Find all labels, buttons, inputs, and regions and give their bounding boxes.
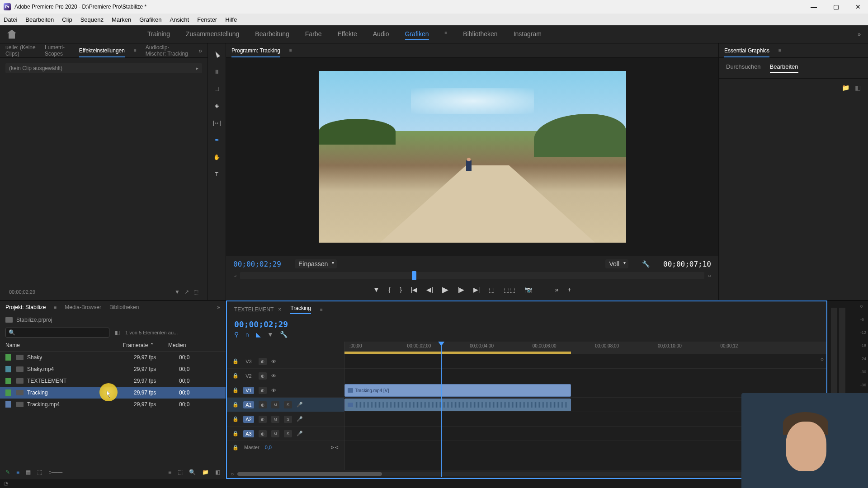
label-color[interactable] [5,389,11,396]
new-bin-icon[interactable]: 📁 [202,469,209,475]
workspace-graphics[interactable]: Grafiken [405,28,429,40]
track-header-a3[interactable]: 🔒 A3 ◐ M S 🎤 [227,427,344,441]
track-label-a3[interactable]: A3 [243,430,254,437]
menu-graphics[interactable]: Grafiken [139,16,161,23]
lock-icon[interactable]: 🔒 [232,387,239,393]
lock-icon[interactable]: 🔒 [232,431,239,436]
workspace-instagram[interactable]: Instagram [514,28,542,40]
lock-icon[interactable]: 🔒 [232,445,239,450]
program-scrubber[interactable] [240,272,704,279]
track-toggle-icon[interactable]: ◐ [259,372,267,380]
mic-icon[interactable]: 🎤 [297,402,303,408]
workspace-effects[interactable]: Effekte [337,28,357,40]
project-tab-menu-icon[interactable]: ≡ [54,305,57,310]
solo-button[interactable]: S [284,430,292,437]
eg-folder-icon[interactable]: 📁 [842,84,849,91]
track-label-a1[interactable]: A1 [243,401,254,408]
pen-view-icon[interactable]: ✎ [5,469,10,475]
track-master[interactable]: 🔒 Master 0,0 ⊳⊲ [227,441,344,454]
menu-help[interactable]: Hilfe [225,16,237,23]
track-toggle-icon[interactable]: ◐ [259,387,267,394]
lift-button[interactable]: ⬚ [489,286,495,293]
find-icon[interactable]: 🔍 [189,469,196,475]
mute-button[interactable]: M [271,416,279,423]
track-label-v2[interactable]: V2 [243,372,254,380]
workspace-audio[interactable]: Audio [373,28,389,40]
rotate-tool-icon[interactable]: ◈ [212,100,222,111]
home-icon[interactable] [7,30,16,39]
eg-browse-tab[interactable]: Durchsuchen [726,63,761,73]
zoom-fit-dropdown[interactable]: Einpassen [295,259,337,268]
expand-icon[interactable]: ▸ [196,65,198,71]
pen-tool-icon[interactable]: ✒ [212,135,222,145]
track-header-v2[interactable]: 🔒 V2 ◐ 👁 [227,369,344,383]
tab-menu-icon[interactable]: ≡ [134,48,137,53]
settings-icon[interactable]: ⬚ [193,289,198,295]
audio-clip-tracking[interactable] [344,399,571,411]
workspace-menu-icon[interactable]: ≡ [445,28,448,40]
menu-markers[interactable]: Marken [112,16,131,23]
menu-view[interactable]: Ansicht [170,16,189,23]
eg-edit-tab[interactable]: Bearbeiten [770,63,798,73]
program-current-timecode[interactable]: 00;00;02;29 [233,260,281,268]
extract-button[interactable]: ⬚⬚ [504,286,515,293]
filter-bin-icon[interactable]: ◧ [115,329,120,336]
project-item-tracking[interactable]: Tracking 29,97 fps 00;0 [0,387,226,399]
mark-in-button[interactable]: { [388,286,391,293]
project-overflow-icon[interactable]: » [217,304,220,310]
lock-icon[interactable]: 🔒 [232,358,239,364]
mute-button[interactable]: M [271,401,279,408]
tab-media-browser[interactable]: Media-Browser [65,304,101,310]
video-clip-tracking[interactable]: Tracking.mp4 [V] [344,384,571,397]
zoom-slider[interactable]: ○—— [48,469,62,475]
tab-project[interactable]: Projekt: Stabilize [5,304,46,310]
step-forward-button[interactable]: |▶ [458,286,464,293]
sort-icon[interactable]: ≡ [168,469,171,475]
go-to-in-button[interactable]: |◀ [411,286,418,293]
list-view-icon[interactable]: ≡ [16,469,19,475]
label-color[interactable] [5,366,11,372]
scrubber-out-left[interactable]: ○ [233,272,236,279]
workspace-assembly[interactable]: Zusammenstellung [186,28,239,40]
track-toggle-icon[interactable]: ◐ [259,430,267,437]
workspace-editing[interactable]: Bearbeitung [255,28,289,40]
add-marker-button[interactable]: ▼ [373,286,380,293]
scroll-thumb[interactable] [237,472,382,476]
solo-button[interactable]: S [284,416,292,423]
timeline-ruler[interactable]: ;00;00 00;00;02;00 00;00;04;00 00;00;06;… [344,342,826,354]
vertical-align-tool-icon[interactable]: ⫼ [212,66,222,77]
track-label-v1[interactable]: V1 [243,387,254,394]
window-close-button[interactable]: ✕ [852,3,864,10]
icon-view-icon[interactable]: ▦ [26,469,31,475]
tab-audio-mixer[interactable]: Audioclip-Mischer: Tracking [146,44,189,57]
column-framerate[interactable]: Framerate⌃ [123,342,168,348]
program-title[interactable]: Programm: Tracking [231,47,280,57]
eg-new-layer-icon[interactable]: ◧ [855,84,861,91]
timeline-timecode[interactable]: 00;00;02;29 [234,319,288,329]
linked-selection-icon[interactable]: ∩ [245,331,250,338]
filter-icon[interactable]: ▼ [175,289,180,295]
export-frame-icon[interactable]: ↗ [184,289,189,295]
scrubber-out-right[interactable]: ○ [708,272,711,279]
workspace-color[interactable]: Farbe [305,28,322,40]
track-header-a2[interactable]: 🔒 A2 ◐ M S 🎤 [227,412,344,427]
project-search-input[interactable]: 🔍 [5,328,109,338]
go-to-out-button[interactable]: ▶| [473,286,480,293]
menu-edit[interactable]: Bearbeiten [25,16,54,23]
panel-collapse-icon[interactable]: » [198,47,202,54]
track-header-v1[interactable]: 🔒 V1 ◐ 👁 [227,383,344,398]
track-toggle-icon[interactable]: ◐ [259,358,267,365]
track-toggle-icon[interactable]: ◐ [259,401,267,408]
master-expand-icon[interactable]: ⊳⊲ [330,445,339,450]
menu-file[interactable]: Datei [4,16,17,23]
add-marker-icon[interactable]: ◣ [256,331,261,338]
project-item-tracking-mp4[interactable]: Tracking.mp4 29,97 fps 00;0 [0,399,226,410]
add-button[interactable]: + [567,286,571,293]
play-button[interactable]: ▶ [442,285,448,295]
timeline-marker-icon[interactable]: ▼ [267,331,274,338]
timeline-horizontal-scrollbar[interactable] [237,472,816,476]
tab-effect-controls[interactable]: Effekteinstellungen [79,47,125,57]
program-video-display[interactable] [226,58,718,256]
crop-tool-icon[interactable]: |↔| [212,117,222,128]
workspace-training[interactable]: Training [147,28,170,40]
